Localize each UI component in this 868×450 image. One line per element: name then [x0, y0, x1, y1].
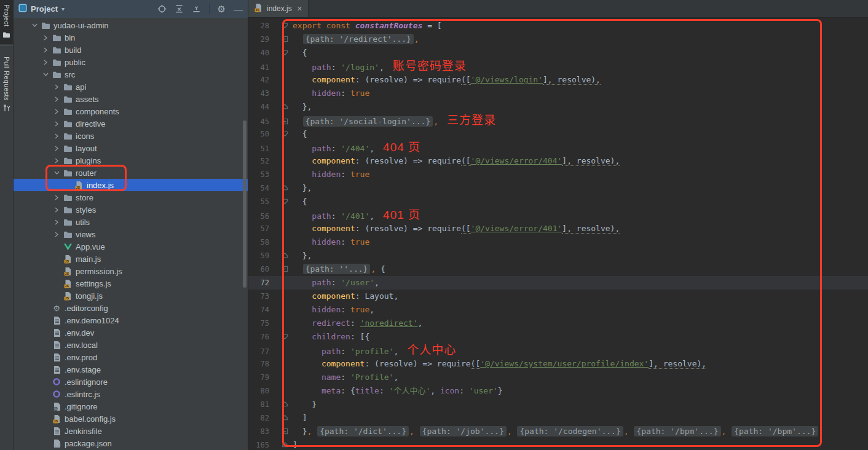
close-icon[interactable]: ✕ — [297, 5, 302, 13]
tree-item-babel.config.js[interactable]: JSbabel.config.js — [14, 412, 248, 425]
tree-item-bin[interactable]: bin — [14, 31, 248, 44]
tree-item-env.stage[interactable]: .env.stage — [14, 363, 248, 376]
locate-icon[interactable] — [157, 4, 167, 14]
fold-region-icon[interactable] — [269, 127, 293, 141]
tree-item-api[interactable]: api — [14, 81, 248, 93]
tree-item-main.js[interactable]: JSmain.js — [14, 253, 248, 265]
code-line-55[interactable]: 55 { — [248, 195, 868, 208]
code-line-53[interactable]: 53 hidden: true — [248, 168, 868, 181]
code-line-57[interactable]: 57 component: (resolve) => require(['@/v… — [248, 222, 868, 235]
tree-item-assets[interactable]: assets — [14, 93, 248, 105]
code-line-28[interactable]: 28export const constantRoutes = [ — [248, 19, 868, 33]
tree-item-gitignore[interactable]: .gitignore — [14, 400, 248, 412]
chevron-right-icon[interactable] — [51, 133, 62, 139]
fold-region-icon[interactable] — [269, 181, 293, 195]
tree-item-app.vue[interactable]: App.vue — [14, 240, 248, 253]
tree-item-build[interactable]: build — [14, 44, 248, 56]
fold-region-icon[interactable] — [269, 438, 293, 450]
code-line-75[interactable]: 75 redirect: 'noredirect', — [248, 317, 868, 330]
code-line-72[interactable]: 72 path: '/user', — [248, 276, 868, 290]
tree-item-eslintignore[interactable]: .eslintignore — [14, 376, 248, 388]
tree-item-env.local[interactable]: .env.local — [14, 339, 248, 351]
tree-item-directive[interactable]: directive — [14, 117, 248, 130]
expand-all-icon[interactable] — [175, 4, 184, 14]
code-line-51[interactable]: 51 path: '/404',404 页 — [248, 141, 868, 154]
code-line-44[interactable]: 44 }, — [248, 100, 868, 114]
code-line-77[interactable]: 77 path: 'profile',个人中心 — [248, 344, 868, 357]
chevron-down-icon[interactable] — [51, 170, 62, 175]
code-line-29[interactable]: 29 {path: '/redirect'...}, — [248, 33, 868, 46]
chevron-down-icon[interactable]: ▾ — [61, 6, 65, 12]
folded-region-chip[interactable]: {path: '/dict'...} — [317, 426, 409, 436]
fold-region-icon[interactable] — [269, 249, 293, 262]
unfold-region-icon[interactable] — [269, 115, 293, 128]
folded-region-chip[interactable]: {path: ''...} — [303, 264, 371, 274]
tree-item-env.prod[interactable]: .env.prod — [14, 351, 248, 363]
code-line-83[interactable]: 83 }, {path: '/dict'...}, {path: '/job'.… — [248, 425, 868, 438]
tree-item-index.js[interactable]: JSindex.js — [14, 179, 248, 191]
folded-region-chip[interactable]: {path: '/bpm'...} — [634, 426, 720, 436]
code-line-59[interactable]: 59 }, — [248, 249, 868, 262]
chevron-right-icon[interactable] — [40, 47, 51, 53]
code-line-76[interactable]: 76 children: [{ — [248, 330, 868, 344]
fold-region-icon[interactable] — [269, 330, 293, 344]
chevron-right-icon[interactable] — [51, 219, 62, 225]
chevron-right-icon[interactable] — [51, 195, 62, 200]
code-line-54[interactable]: 54 }, — [248, 181, 868, 195]
chevron-right-icon[interactable] — [51, 97, 62, 102]
tree-item-env.demo1024[interactable]: .env.demo1024 — [14, 314, 248, 326]
tree-item-components[interactable]: components — [14, 105, 248, 117]
chevron-right-icon[interactable] — [51, 109, 62, 114]
folded-region-chip[interactable]: {path: '/job'...} — [420, 426, 507, 436]
chevron-down-icon[interactable] — [40, 72, 51, 77]
chevron-right-icon[interactable] — [51, 146, 62, 151]
folded-region-chip[interactable]: {path: '/bpm'...} — [732, 426, 818, 436]
code-line-165[interactable]: 165] — [248, 438, 868, 450]
fold-region-icon[interactable] — [269, 398, 293, 411]
chevron-right-icon[interactable] — [51, 158, 62, 164]
tree-item-store[interactable]: store — [14, 191, 248, 203]
code-line-40[interactable]: 40 { — [248, 46, 868, 60]
code-editor[interactable]: 28export const constantRoutes = [29 {pat… — [248, 18, 868, 450]
fold-region-icon[interactable] — [269, 19, 293, 33]
tab-index-js[interactable]: JS index.js ✕ — [248, 0, 309, 17]
code-line-81[interactable]: 81 } — [248, 398, 868, 411]
code-line-56[interactable]: 56 path: '/401',401 页 — [248, 208, 868, 222]
tree-item-views[interactable]: views — [14, 228, 248, 240]
unfold-region-icon[interactable] — [269, 33, 293, 46]
fold-region-icon[interactable] — [269, 411, 293, 425]
code-line-82[interactable]: 82 ] — [248, 411, 868, 425]
tree-item-settings.js[interactable]: JSsettings.js — [14, 277, 248, 290]
chevron-right-icon[interactable] — [40, 35, 51, 41]
folded-region-chip[interactable]: {path: '/codegen'...} — [517, 426, 623, 436]
chevron-right-icon[interactable] — [51, 232, 62, 237]
fold-region-icon[interactable] — [269, 100, 293, 114]
tree-item-package.json[interactable]: {..}package.json — [14, 437, 248, 449]
chevron-right-icon[interactable] — [51, 121, 62, 127]
stripe-item-project[interactable]: Project — [0, 0, 13, 44]
code-line-58[interactable]: 58 hidden: true — [248, 235, 868, 249]
folded-region-chip[interactable]: {path: '/social-login'...} — [303, 116, 433, 127]
unfold-region-icon[interactable] — [269, 262, 293, 276]
chevron-right-icon[interactable] — [40, 60, 51, 65]
tree-item-icons[interactable]: icons — [14, 130, 248, 142]
code-line-74[interactable]: 74 hidden: true, — [248, 303, 868, 317]
code-line-42[interactable]: 42 component: (resolve) => require(['@/v… — [248, 73, 868, 87]
folded-region-chip[interactable]: {path: '/redirect'...} — [303, 34, 414, 44]
chevron-right-icon[interactable] — [51, 207, 62, 213]
chevron-right-icon[interactable] — [51, 84, 62, 90]
gear-icon[interactable]: ⚙ — [218, 4, 226, 14]
tree-item-layout[interactable]: layout — [14, 142, 248, 154]
tree-item-src[interactable]: src — [14, 68, 248, 81]
tree-item-yudao-ui-admin[interactable]: yudao-ui-admin — [14, 19, 248, 31]
code-line-50[interactable]: 50 { — [248, 127, 868, 141]
code-line-43[interactable]: 43 hidden: true — [248, 87, 868, 100]
tree-item-jenkinsfile[interactable]: Jenkinsfile — [14, 425, 248, 437]
hide-panel-icon[interactable]: — — [234, 4, 243, 14]
unfold-region-icon[interactable] — [269, 425, 293, 438]
chevron-down-icon[interactable] — [29, 23, 40, 28]
tree-scrollbar[interactable] — [243, 120, 247, 288]
code-line-52[interactable]: 52 component: (resolve) => require(['@/v… — [248, 154, 868, 168]
code-line-80[interactable]: 80 meta: {title: '个人中心', icon: 'user'} — [248, 384, 868, 398]
collapse-all-icon[interactable] — [192, 4, 201, 14]
